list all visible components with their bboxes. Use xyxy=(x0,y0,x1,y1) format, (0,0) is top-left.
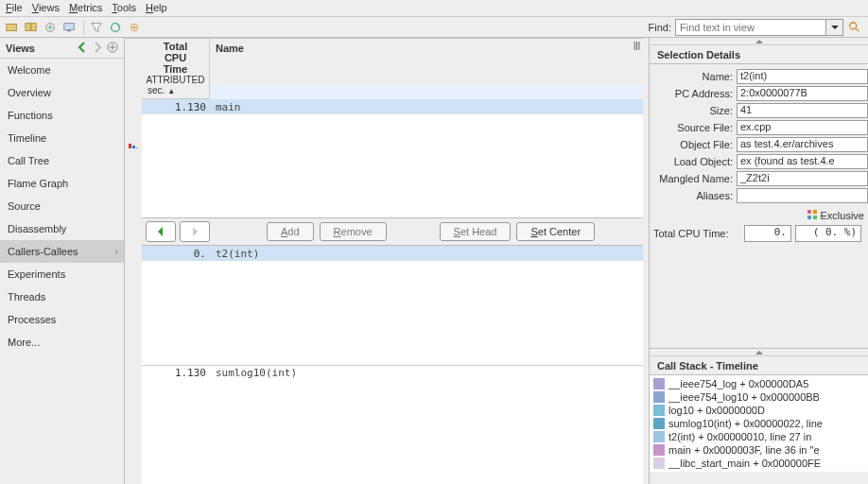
prop-src-label: Source File: xyxy=(650,122,737,133)
add-button[interactable]: Add xyxy=(267,222,314,241)
callstack-row: __ieee754_log10 + 0x000000BB xyxy=(650,390,868,404)
find-dropdown-icon[interactable] xyxy=(826,19,843,36)
svg-rect-5 xyxy=(67,29,71,31)
callstack-body[interactable]: __ieee754_log + 0x00000DA5 __ieee754_log… xyxy=(650,375,868,472)
prop-load-value[interactable]: ex (found as test.4.e xyxy=(737,154,868,169)
svg-rect-1 xyxy=(26,23,30,30)
sidebar-item-welcome[interactable]: Welcome xyxy=(0,59,124,81)
sidebar-item-threads[interactable]: Threads xyxy=(0,285,124,308)
prop-mangled-label: Mangled Name: xyxy=(650,173,737,184)
prop-mangled-value[interactable]: _Z2t2i xyxy=(737,171,868,186)
prop-obj-label: Object File: xyxy=(650,139,737,150)
sidebar-item-processes[interactable]: Processes xyxy=(0,308,124,331)
find-label: Find: xyxy=(649,22,671,33)
sidebar-item-more[interactable]: More... xyxy=(0,331,124,354)
nav-fwd-button[interactable] xyxy=(180,221,210,242)
menu-metrics[interactable]: Metrics xyxy=(69,2,102,14)
cs-color-icon xyxy=(653,405,665,416)
caller-name[interactable]: main xyxy=(210,101,643,113)
sidebar-item-disassembly[interactable]: Disassembly xyxy=(0,217,124,240)
svg-rect-16 xyxy=(813,210,817,214)
svg-point-8 xyxy=(133,26,136,28)
sidebar-back-icon[interactable] xyxy=(77,42,88,55)
collapse-handle-cs[interactable] xyxy=(650,349,868,356)
nav-back-button[interactable] xyxy=(146,221,176,242)
sidebar-fwd-icon[interactable] xyxy=(92,42,103,55)
menubar: File Views Metrics Tools Help xyxy=(0,0,868,17)
prop-aliases-value[interactable] xyxy=(737,188,868,203)
column-time-header[interactable]: Total CPU Time ATTRIBUTED sec. ▲ xyxy=(142,39,210,98)
cs-color-icon xyxy=(653,378,665,389)
svg-rect-0 xyxy=(7,24,17,30)
remote-icon[interactable] xyxy=(61,19,78,36)
prop-size-label: Size: xyxy=(650,105,737,116)
cpu-time-pct[interactable]: ( 0. %) xyxy=(795,225,861,242)
svg-rect-18 xyxy=(813,216,817,219)
svg-rect-12 xyxy=(132,146,135,148)
find-strip: Find: xyxy=(649,19,864,36)
callstack-row: __ieee754_log + 0x00000DA5 xyxy=(650,377,868,390)
exclusive-label: Exclusive xyxy=(821,210,864,221)
menu-file[interactable]: File xyxy=(6,2,23,14)
sidebar-item-functions[interactable]: Functions xyxy=(0,104,124,127)
sidebar-title: Views xyxy=(6,43,35,54)
prop-pc-label: PC Address: xyxy=(650,88,737,99)
prop-aliases-label: Aliases: xyxy=(650,190,737,201)
callee-time: 1.130 xyxy=(142,367,210,379)
find-search-icon[interactable] xyxy=(845,19,864,36)
callstack-row: __libc_start_main + 0x000000FE xyxy=(650,457,868,470)
cpu-time-row: Total CPU Time: 0. ( 0. %) xyxy=(650,223,868,244)
callstack-row: log10 + 0x0000000D xyxy=(650,404,868,417)
cs-color-icon xyxy=(653,418,665,429)
prop-obj-value[interactable]: as test.4.er/archives xyxy=(737,137,868,152)
cpu-time-value[interactable]: 0. xyxy=(744,225,791,242)
svg-rect-17 xyxy=(807,216,811,219)
set-center-button[interactable]: Set Center xyxy=(516,222,595,241)
sidebar-item-experiments[interactable]: Experiments xyxy=(0,263,124,285)
refresh-icon[interactable] xyxy=(107,19,124,36)
settings-icon[interactable] xyxy=(126,19,143,36)
cs-color-icon xyxy=(653,444,665,456)
prop-pc-value[interactable]: 2:0x0000077B xyxy=(737,86,868,101)
callstack-row: main + 0x0000003F, line 36 in "e xyxy=(650,443,868,457)
collapse-handle-top[interactable] xyxy=(650,38,868,45)
center-panel: Total CPU Time ATTRIBUTED sec. ▲ Name ||… xyxy=(125,38,643,484)
toolbar: Find: xyxy=(0,17,868,38)
callees-grid[interactable]: 1.130 sumlog10(int) xyxy=(142,365,643,484)
svg-rect-4 xyxy=(64,23,75,29)
sidebar-item-timeline[interactable]: Timeline xyxy=(0,127,124,149)
menu-help[interactable]: Help xyxy=(146,2,167,14)
open-experiment-icon[interactable] xyxy=(4,19,21,36)
menu-tools[interactable]: Tools xyxy=(112,2,136,14)
callstack-row: t2(int) + 0x00000010, line 27 in xyxy=(650,430,868,443)
set-head-button[interactable]: Set Head xyxy=(440,222,512,241)
find-input[interactable] xyxy=(675,19,826,36)
sidebar-item-flamegraph[interactable]: Flame Graph xyxy=(0,172,124,195)
prop-name-value[interactable]: t2(int) xyxy=(737,69,868,84)
svg-rect-11 xyxy=(129,144,131,148)
sidebar-item-callers-callees[interactable]: Callers-Callees xyxy=(0,240,124,263)
prop-name-label: Name: xyxy=(650,71,737,82)
filter-icon[interactable] xyxy=(88,19,105,36)
sidebar-add-icon[interactable] xyxy=(107,42,118,55)
attach-icon[interactable] xyxy=(42,19,59,36)
menu-views[interactable]: Views xyxy=(32,2,60,14)
toolbar-separator xyxy=(83,20,84,35)
sidebar-item-calltree[interactable]: Call Tree xyxy=(0,149,124,172)
prop-src-value[interactable]: ex.cpp xyxy=(737,120,868,135)
prop-size-value[interactable]: 41 xyxy=(737,103,868,118)
sidebar-item-overview[interactable]: Overview xyxy=(0,81,124,104)
sidebar-item-source[interactable]: Source xyxy=(0,195,124,217)
focus-name[interactable]: t2(int) xyxy=(210,248,643,260)
compare-icon[interactable] xyxy=(23,19,40,36)
callee-name[interactable]: sumlog10(int) xyxy=(210,367,643,379)
callers-grid[interactable]: 1.130 main xyxy=(142,99,643,217)
caller-time: 1.130 xyxy=(142,101,210,113)
remove-button[interactable]: Remove xyxy=(320,222,387,241)
svg-rect-2 xyxy=(31,23,36,30)
callstack-panel: Call Stack - Timeline __ieee754_log + 0x… xyxy=(650,348,868,472)
focus-grid[interactable]: 0. t2(int) xyxy=(142,246,643,364)
cs-color-icon xyxy=(653,458,665,469)
cpu-time-label: Total CPU Time: xyxy=(653,228,740,239)
exclusive-strip: Exclusive xyxy=(650,208,868,223)
